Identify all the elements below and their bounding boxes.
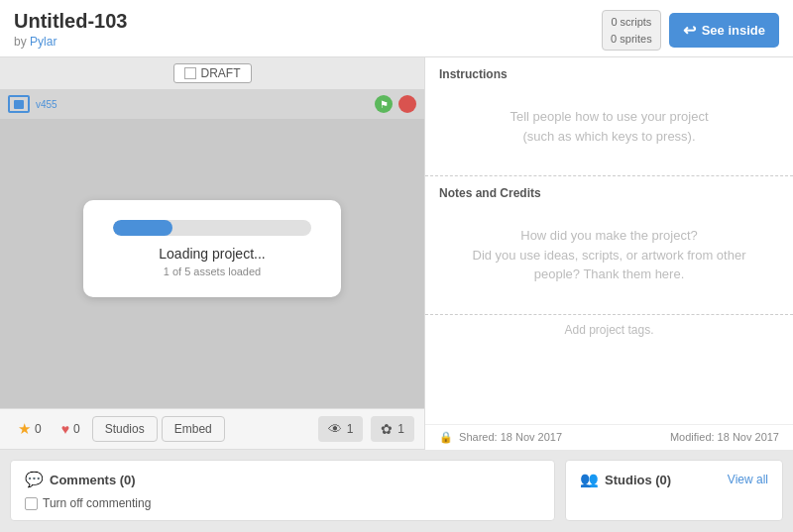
shared-icon: 🔒 — [439, 431, 453, 443]
bottom-section: 💬 Comments (0) Turn off commenting 👥 Stu… — [0, 450, 793, 531]
header-right: 0 scripts 0 sprites ↩ See inside — [602, 10, 779, 51]
studios-button[interactable]: Studios — [92, 416, 158, 442]
studios-panel: 👥 Studios (0) View all — [565, 460, 783, 521]
player-panel: DRAFT v455 — [0, 57, 424, 450]
comment-bubble-icon: 💬 — [25, 471, 44, 488]
draft-checkbox-icon[interactable] — [184, 67, 196, 79]
comments-title-text: Comments (0) — [50, 473, 136, 487]
notes-placeholder[interactable]: How did you make the project?Did you use… — [439, 206, 779, 304]
remix-number: 1 — [397, 422, 404, 436]
red-stop-button[interactable] — [398, 95, 416, 113]
turn-off-checkbox[interactable] — [25, 497, 38, 510]
heart-count: 0 — [73, 422, 80, 436]
comments-panel: 💬 Comments (0) Turn off commenting — [10, 460, 555, 521]
remix-count: ✿ 1 — [371, 416, 414, 442]
studios-title-text: Studios (0) — [605, 473, 671, 487]
tags-placeholder: Add project tags. — [564, 323, 653, 337]
turn-off-text: Turn off commenting — [43, 496, 151, 510]
instructions-placeholder[interactable]: Tell people how to use your project(such… — [439, 87, 779, 165]
embed-button[interactable]: Embed — [162, 416, 225, 442]
project-title: Untitled-103 — [14, 10, 127, 33]
remix-icon: ✿ — [381, 421, 393, 437]
stage-icon — [8, 95, 30, 113]
view-number: 1 — [347, 422, 354, 436]
stage-icon-area: v455 — [8, 95, 57, 113]
progress-bar-outer — [113, 220, 311, 236]
studios-people-icon: 👥 — [580, 471, 599, 488]
studios-header: 👥 Studios (0) View all — [580, 471, 768, 488]
action-bar: ★ 0 ♥ 0 Studios Embed 👁 1 — [0, 408, 424, 450]
comments-header: 💬 Comments (0) — [25, 471, 540, 488]
author-prefix: by — [14, 35, 27, 49]
project-author: by Pylar — [14, 35, 127, 49]
stage-top-bar: v455 — [0, 89, 424, 119]
right-stats: 👁 1 ✿ 1 — [318, 416, 414, 442]
scripts-count: 0 scripts — [611, 14, 652, 31]
studios-title: 👥 Studios (0) — [580, 471, 671, 488]
progress-bar-inner — [113, 220, 172, 236]
heart-icon[interactable]: ♥ — [61, 421, 69, 437]
stage-controls — [375, 95, 416, 113]
view-all-link[interactable]: View all — [728, 473, 768, 486]
see-inside-label: See inside — [702, 23, 765, 38]
shared-date: 🔒 Shared: 18 Nov 2017 — [439, 431, 562, 444]
modified-date: Modified: 18 Nov 2017 — [670, 431, 779, 444]
embed-label: Embed — [174, 422, 212, 436]
instructions-section: Instructions Tell people how to use your… — [425, 57, 793, 176]
heart-area: ♥ 0 — [54, 416, 88, 442]
green-flag-button[interactable] — [375, 95, 393, 113]
view-count: 👁 1 — [318, 416, 364, 442]
date-bar: 🔒 Shared: 18 Nov 2017 Modified: 18 Nov 2… — [425, 424, 793, 450]
draft-bar: DRAFT — [0, 57, 424, 89]
eye-icon: 👁 — [328, 421, 342, 437]
draft-badge: DRAFT — [173, 63, 252, 83]
header-left: Untitled-103 by Pylar — [14, 10, 127, 49]
main-content: DRAFT v455 — [0, 57, 793, 450]
stats-box: 0 scripts 0 sprites — [602, 10, 661, 51]
sprites-count: 0 sprites — [611, 31, 652, 48]
info-panel: Instructions Tell people how to use your… — [424, 57, 793, 450]
notes-text: How did you make the project?Did you use… — [473, 228, 746, 281]
studios-label: Studios — [105, 422, 145, 436]
loading-sub: 1 of 5 assets loaded — [113, 266, 311, 277]
page: Untitled-103 by Pylar 0 scripts 0 sprite… — [0, 0, 793, 532]
project-stage: v455 Loading project... 1 of 5 assets lo… — [0, 89, 424, 408]
see-inside-button[interactable]: ↩ See inside — [669, 13, 779, 48]
arrow-icon: ↩ — [683, 21, 696, 40]
comments-title: 💬 Comments (0) — [25, 471, 136, 488]
star-area: ★ 0 — [10, 415, 50, 443]
loading-text: Loading project... — [113, 246, 311, 262]
instructions-text: Tell people how to use your project(such… — [510, 109, 708, 144]
star-count: 0 — [35, 422, 42, 436]
shared-date-text: Shared: 18 Nov 2017 — [459, 431, 562, 443]
header: Untitled-103 by Pylar 0 scripts 0 sprite… — [0, 0, 793, 57]
notes-section: Notes and Credits How did you make the p… — [425, 176, 793, 315]
turn-off-commenting[interactable]: Turn off commenting — [25, 496, 540, 510]
author-link[interactable]: Pylar — [30, 35, 57, 49]
notes-title: Notes and Credits — [439, 186, 779, 200]
tags-area[interactable]: Add project tags. — [425, 315, 793, 345]
star-icon[interactable]: ★ — [18, 420, 31, 438]
stage-label: v455 — [36, 99, 57, 110]
instructions-title: Instructions — [439, 67, 779, 81]
loading-box: Loading project... 1 of 5 assets loaded — [83, 200, 341, 297]
draft-label: DRAFT — [201, 66, 241, 80]
